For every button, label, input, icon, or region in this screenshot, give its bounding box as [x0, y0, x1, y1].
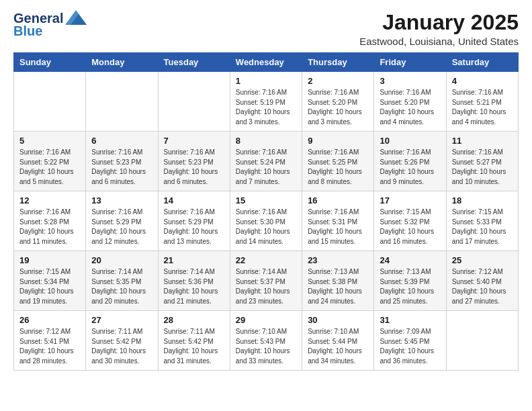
day-number: 12: [19, 195, 80, 205]
calendar-cell: 31Sunrise: 7:09 AM Sunset: 5:45 PM Dayli…: [374, 311, 446, 371]
calendar-cell: 13Sunrise: 7:16 AM Sunset: 5:29 PM Dayli…: [86, 191, 158, 251]
day-info: Sunrise: 7:11 AM Sunset: 5:42 PM Dayligh…: [91, 327, 152, 366]
day-info: Sunrise: 7:14 AM Sunset: 5:35 PM Dayligh…: [91, 267, 152, 306]
day-number: 26: [19, 315, 80, 325]
calendar-cell: 29Sunrise: 7:10 AM Sunset: 5:43 PM Dayli…: [230, 311, 302, 371]
day-info: Sunrise: 7:16 AM Sunset: 5:30 PM Dayligh…: [236, 208, 296, 246]
day-number: 1: [236, 76, 296, 86]
day-info: Sunrise: 7:16 AM Sunset: 5:19 PM Dayligh…: [236, 88, 296, 127]
calendar-cell: 11Sunrise: 7:16 AM Sunset: 5:27 PM Dayli…: [446, 132, 518, 191]
header: General Blue January 2025 Eastwood, Loui…: [13, 11, 519, 47]
day-number: 28: [164, 315, 224, 325]
day-info: Sunrise: 7:16 AM Sunset: 5:29 PM Dayligh…: [91, 208, 152, 246]
day-info: Sunrise: 7:16 AM Sunset: 5:27 PM Dayligh…: [452, 148, 513, 187]
day-number: 30: [308, 315, 368, 325]
day-number: 17: [380, 195, 440, 205]
day-info: Sunrise: 7:16 AM Sunset: 5:23 PM Dayligh…: [91, 148, 152, 187]
day-info: Sunrise: 7:13 AM Sunset: 5:38 PM Dayligh…: [308, 267, 368, 306]
calendar-cell: 1Sunrise: 7:16 AM Sunset: 5:19 PM Daylig…: [230, 72, 302, 132]
calendar-cell: 15Sunrise: 7:16 AM Sunset: 5:30 PM Dayli…: [230, 191, 302, 251]
day-info: Sunrise: 7:16 AM Sunset: 5:21 PM Dayligh…: [452, 88, 513, 127]
day-number: 13: [91, 195, 152, 205]
day-info: Sunrise: 7:16 AM Sunset: 5:23 PM Dayligh…: [164, 148, 224, 187]
calendar-cell: 2Sunrise: 7:16 AM Sunset: 5:20 PM Daylig…: [302, 72, 374, 132]
calendar-table: Sunday Monday Tuesday Wednesday Thursday…: [13, 52, 519, 371]
day-number: 9: [308, 136, 368, 146]
day-info: Sunrise: 7:14 AM Sunset: 5:36 PM Dayligh…: [164, 267, 224, 306]
day-info: Sunrise: 7:12 AM Sunset: 5:41 PM Dayligh…: [19, 327, 80, 366]
calendar-cell: 17Sunrise: 7:15 AM Sunset: 5:32 PM Dayli…: [374, 191, 446, 251]
day-info: Sunrise: 7:16 AM Sunset: 5:31 PM Dayligh…: [308, 208, 368, 246]
calendar-cell: 18Sunrise: 7:15 AM Sunset: 5:33 PM Dayli…: [446, 191, 518, 251]
calendar-week-3: 12Sunrise: 7:16 AM Sunset: 5:28 PM Dayli…: [14, 191, 519, 251]
day-number: 4: [452, 76, 513, 86]
day-number: 22: [236, 255, 296, 265]
col-friday: Friday: [374, 53, 446, 72]
calendar-cell: 4Sunrise: 7:16 AM Sunset: 5:21 PM Daylig…: [446, 72, 518, 132]
day-number: 21: [164, 255, 224, 265]
day-number: 5: [19, 136, 80, 146]
calendar-cell: [14, 72, 86, 132]
day-number: 29: [236, 315, 296, 325]
page: General Blue January 2025 Eastwood, Loui…: [0, 0, 532, 384]
day-info: Sunrise: 7:10 AM Sunset: 5:43 PM Dayligh…: [236, 327, 296, 366]
calendar-cell: 3Sunrise: 7:16 AM Sunset: 5:20 PM Daylig…: [374, 72, 446, 132]
day-number: 2: [308, 76, 368, 86]
calendar-cell: 14Sunrise: 7:16 AM Sunset: 5:29 PM Dayli…: [158, 191, 230, 251]
day-info: Sunrise: 7:16 AM Sunset: 5:20 PM Dayligh…: [380, 88, 440, 127]
col-sunday: Sunday: [14, 53, 86, 72]
day-info: Sunrise: 7:15 AM Sunset: 5:32 PM Dayligh…: [380, 208, 440, 246]
calendar-week-2: 5Sunrise: 7:16 AM Sunset: 5:22 PM Daylig…: [14, 132, 519, 191]
day-info: Sunrise: 7:11 AM Sunset: 5:42 PM Dayligh…: [164, 327, 224, 366]
logo-blue-text: Blue: [13, 24, 42, 39]
day-number: 16: [308, 195, 368, 205]
calendar-cell: [86, 72, 158, 132]
calendar-cell: 16Sunrise: 7:16 AM Sunset: 5:31 PM Dayli…: [302, 191, 374, 251]
calendar-cell: 9Sunrise: 7:16 AM Sunset: 5:25 PM Daylig…: [302, 132, 374, 191]
day-number: 31: [380, 315, 440, 325]
col-tuesday: Tuesday: [158, 53, 230, 72]
day-info: Sunrise: 7:15 AM Sunset: 5:33 PM Dayligh…: [452, 208, 513, 246]
day-info: Sunrise: 7:13 AM Sunset: 5:39 PM Dayligh…: [380, 267, 440, 306]
calendar-cell: 7Sunrise: 7:16 AM Sunset: 5:23 PM Daylig…: [158, 132, 230, 191]
day-number: 3: [380, 76, 440, 86]
calendar-cell: [446, 311, 518, 371]
day-info: Sunrise: 7:16 AM Sunset: 5:26 PM Dayligh…: [380, 148, 440, 187]
col-thursday: Thursday: [302, 53, 374, 72]
day-info: Sunrise: 7:14 AM Sunset: 5:37 PM Dayligh…: [236, 267, 296, 306]
calendar-cell: 30Sunrise: 7:10 AM Sunset: 5:44 PM Dayli…: [302, 311, 374, 371]
day-number: 10: [380, 136, 440, 146]
calendar-cell: 23Sunrise: 7:13 AM Sunset: 5:38 PM Dayli…: [302, 251, 374, 311]
calendar-week-4: 19Sunrise: 7:15 AM Sunset: 5:34 PM Dayli…: [14, 251, 519, 311]
calendar-cell: 6Sunrise: 7:16 AM Sunset: 5:23 PM Daylig…: [86, 132, 158, 191]
day-info: Sunrise: 7:16 AM Sunset: 5:29 PM Dayligh…: [164, 208, 224, 246]
calendar-cell: 27Sunrise: 7:11 AM Sunset: 5:42 PM Dayli…: [86, 311, 158, 371]
calendar-cell: 21Sunrise: 7:14 AM Sunset: 5:36 PM Dayli…: [158, 251, 230, 311]
day-info: Sunrise: 7:16 AM Sunset: 5:24 PM Dayligh…: [236, 148, 296, 187]
day-number: 24: [380, 255, 440, 265]
calendar-cell: 24Sunrise: 7:13 AM Sunset: 5:39 PM Dayli…: [374, 251, 446, 311]
calendar-cell: 20Sunrise: 7:14 AM Sunset: 5:35 PM Dayli…: [86, 251, 158, 311]
calendar-week-5: 26Sunrise: 7:12 AM Sunset: 5:41 PM Dayli…: [14, 311, 519, 371]
day-number: 7: [164, 136, 224, 146]
calendar-cell: 19Sunrise: 7:15 AM Sunset: 5:34 PM Dayli…: [14, 251, 86, 311]
calendar-cell: 28Sunrise: 7:11 AM Sunset: 5:42 PM Dayli…: [158, 311, 230, 371]
calendar-cell: 5Sunrise: 7:16 AM Sunset: 5:22 PM Daylig…: [14, 132, 86, 191]
calendar-cell: 8Sunrise: 7:16 AM Sunset: 5:24 PM Daylig…: [230, 132, 302, 191]
day-info: Sunrise: 7:16 AM Sunset: 5:28 PM Dayligh…: [19, 208, 80, 246]
title-section: January 2025 Eastwood, Louisiana, United…: [359, 11, 519, 47]
calendar-cell: 12Sunrise: 7:16 AM Sunset: 5:28 PM Dayli…: [14, 191, 86, 251]
calendar-week-1: 1Sunrise: 7:16 AM Sunset: 5:19 PM Daylig…: [14, 72, 519, 132]
day-number: 23: [308, 255, 368, 265]
day-number: 6: [91, 136, 152, 146]
day-info: Sunrise: 7:10 AM Sunset: 5:44 PM Dayligh…: [308, 327, 368, 366]
day-info: Sunrise: 7:09 AM Sunset: 5:45 PM Dayligh…: [380, 327, 440, 366]
day-number: 27: [91, 315, 152, 325]
logo: General Blue: [13, 11, 87, 39]
day-info: Sunrise: 7:16 AM Sunset: 5:22 PM Dayligh…: [19, 148, 80, 187]
day-info: Sunrise: 7:16 AM Sunset: 5:20 PM Dayligh…: [308, 88, 368, 127]
day-number: 25: [452, 255, 513, 265]
day-number: 8: [236, 136, 296, 146]
day-info: Sunrise: 7:16 AM Sunset: 5:25 PM Dayligh…: [308, 148, 368, 187]
calendar-cell: 10Sunrise: 7:16 AM Sunset: 5:26 PM Dayli…: [374, 132, 446, 191]
